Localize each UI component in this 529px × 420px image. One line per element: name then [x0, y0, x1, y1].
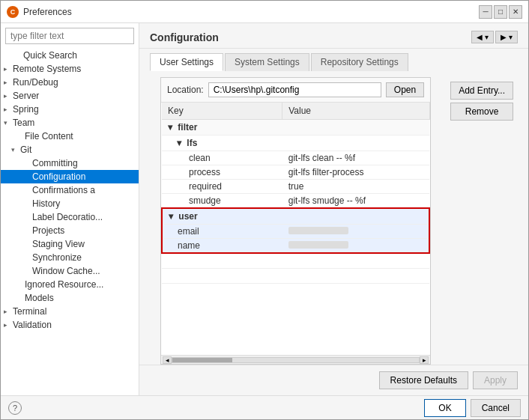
location-input[interactable] [208, 82, 381, 97]
arrow-icon: ▸ [4, 92, 13, 100]
subsection-key: lfs [187, 138, 197, 148]
help-button[interactable]: ? [8, 401, 22, 415]
user-section-key: user [178, 211, 197, 222]
sidebar-item-team[interactable]: ▾ Team [1, 116, 139, 130]
tab-repository-settings[interactable]: Repository Settings [311, 53, 408, 71]
back-button[interactable]: ◀ ▾ [471, 31, 494, 43]
sidebar-item-file-content[interactable]: File Content [1, 130, 139, 143]
sidebar-item-label: Git [20, 144, 31, 155]
user-section-row[interactable]: ▾ user [162, 208, 429, 225]
table-row[interactable]: clean git-lfs clean -- %f [162, 151, 429, 165]
table-row[interactable]: required true [162, 180, 429, 194]
sidebar-item-staging-view[interactable]: Staging View [1, 237, 139, 251]
sidebar-item-label: Remote Systems [13, 64, 81, 74]
table-row-empty [162, 253, 429, 268]
add-entry-button[interactable]: Add Entry... [450, 82, 513, 100]
blurred-email [288, 227, 348, 234]
table-row[interactable]: name [162, 239, 429, 254]
open-button[interactable]: Open [386, 82, 424, 97]
sidebar-item-ignored-resource[interactable]: Ignored Resource... [1, 278, 139, 291]
maximize-button[interactable]: □ [494, 5, 507, 19]
sidebar-item-history[interactable]: History [1, 197, 139, 210]
scroll-left-button[interactable]: ◂ [163, 356, 172, 364]
cell-key: required [162, 180, 282, 194]
section-key: filter [178, 122, 197, 133]
sidebar-item-label: Validation [13, 320, 52, 330]
right-panel: Configuration ◀ ▾ ▶ ▾ User Settings Syst… [139, 23, 528, 395]
sidebar-tree: Quick Search ▸ Remote Systems ▸ Run/Debu… [1, 49, 139, 395]
sidebar-item-spring[interactable]: ▸ Spring [1, 103, 139, 116]
main-content: Quick Search ▸ Remote Systems ▸ Run/Debu… [1, 23, 528, 395]
cell-key: email [162, 225, 282, 239]
sidebar-item-label: Label Decoratio... [32, 212, 103, 222]
close-button[interactable]: ✕ [509, 5, 522, 19]
sidebar-item-label: Committing [32, 158, 78, 168]
cell-key: clean [162, 151, 282, 165]
cell-value: git-lfs clean -- %f [282, 151, 429, 165]
sidebar-item-window-cache[interactable]: Window Cache... [1, 264, 139, 278]
tabs-bar: User Settings System Settings Repository… [139, 49, 528, 71]
sidebar-item-label-decoration[interactable]: Label Decoratio... [1, 210, 139, 224]
expand-icon: ▾ [11, 146, 20, 153]
sidebar-item-quick-search[interactable]: Quick Search [1, 49, 139, 62]
table-row[interactable]: email [162, 225, 429, 239]
sidebar-item-label: History [32, 198, 60, 209]
title-bar-left: C Preferences [7, 6, 72, 18]
table-row-empty [162, 268, 429, 283]
sidebar-item-committing[interactable]: Committing [1, 156, 139, 170]
sidebar-item-server[interactable]: ▸ Server [1, 89, 139, 103]
sidebar-item-label: Ignored Resource... [25, 279, 103, 290]
remove-button[interactable]: Remove [450, 103, 513, 121]
content-with-buttons: Location: Open Key Value [139, 71, 528, 395]
sidebar-item-configuration[interactable]: Configuration [1, 170, 139, 183]
side-buttons: Add Entry... Remove [446, 77, 518, 365]
sidebar-item-label: Confirmations a [32, 185, 95, 195]
filter-input[interactable] [5, 28, 134, 44]
sidebar-item-label: Configuration [32, 171, 85, 182]
table-row[interactable]: ▾ lfs [162, 136, 429, 151]
location-bar: Location: Open [161, 78, 430, 103]
window-controls: ─ □ ✕ [479, 5, 522, 19]
table-row[interactable]: smudge git-lfs smudge -- %f [162, 194, 429, 209]
cell-value-blurred [282, 239, 429, 254]
sidebar-item-models[interactable]: Models [1, 291, 139, 305]
cancel-button[interactable]: Cancel [471, 399, 521, 417]
sidebar-item-projects[interactable]: Projects [1, 224, 139, 237]
sidebar-item-run-debug[interactable]: ▸ Run/Debug [1, 76, 139, 89]
sidebar-item-confirmations[interactable]: Confirmations a [1, 183, 139, 197]
sidebar-scroll-area: Quick Search ▸ Remote Systems ▸ Run/Debu… [1, 49, 139, 395]
horizontal-scrollbar[interactable]: ◂ ▸ [161, 355, 430, 364]
window-title: Preferences [23, 7, 72, 17]
sidebar-item-validation[interactable]: ▸ Validation [1, 318, 139, 332]
restore-defaults-button[interactable]: Restore Defaults [379, 371, 468, 389]
blurred-name [288, 241, 348, 249]
tab-user-settings[interactable]: User Settings [150, 53, 223, 71]
sidebar-item-synchronize[interactable]: Synchronize [1, 251, 139, 264]
sidebar-item-label: Synchronize [32, 252, 82, 263]
arrow-icon: ▸ [4, 308, 13, 315]
config-table: Key Value ▾ filter [161, 103, 430, 284]
sidebar-item-git[interactable]: ▾ Git [1, 143, 139, 156]
apply-button[interactable]: Apply [473, 371, 518, 389]
scroll-right-button[interactable]: ▸ [420, 356, 429, 364]
sidebar-item-terminal[interactable]: ▸ Terminal [1, 305, 139, 318]
tab-system-settings[interactable]: System Settings [225, 53, 309, 71]
sidebar-item-label: File Content [25, 131, 73, 141]
sidebar-item-remote-systems[interactable]: ▸ Remote Systems [1, 62, 139, 76]
panel-header: Configuration ◀ ▾ ▶ ▾ [139, 23, 528, 49]
arrow-icon: ▸ [4, 65, 13, 73]
table-row[interactable]: process git-lfs filter-process [162, 165, 429, 180]
sidebar-item-label: Models [25, 293, 54, 303]
footer: ? OK Cancel [1, 395, 528, 419]
panel-title: Configuration [150, 31, 219, 43]
cell-value: git-lfs smudge -- %f [282, 194, 429, 209]
table-row[interactable]: ▾ filter [162, 120, 429, 136]
forward-button[interactable]: ▶ ▾ [495, 31, 518, 43]
minimize-button[interactable]: ─ [479, 5, 492, 19]
sidebar-item-label: Terminal [13, 306, 46, 317]
scrollbar-track [172, 357, 420, 363]
config-area: Location: Open Key Value [160, 77, 431, 365]
ok-button[interactable]: OK [424, 399, 465, 417]
sidebar-item-label: Quick Search [23, 50, 77, 61]
sidebar-item-label: Projects [32, 225, 64, 236]
